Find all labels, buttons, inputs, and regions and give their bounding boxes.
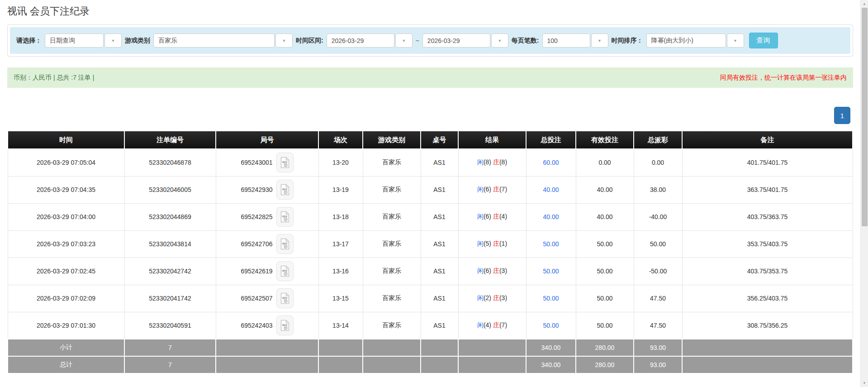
result-player: 闲(6) [477,213,491,220]
cell-bet-id: 523302044869 [124,203,216,230]
total-bet-link[interactable]: 60.00 [543,159,559,166]
cell-round-id: 695242930 [216,176,318,203]
round-id-text: 695242706 [241,240,272,248]
video-file-icon[interactable] [276,180,294,200]
time-sort-caret-button[interactable]: ▾ [727,33,744,48]
query-type-input[interactable] [45,33,104,48]
cell-bet-id: 523302043814 [124,230,216,258]
time-sort-label: 时间排序： [612,37,643,45]
page-size-input[interactable] [542,33,590,48]
video-file-icon[interactable] [276,261,294,281]
page: 视讯 会员下注纪录 请选择： ▾ 游戏类别 ▾ 时间区间: ▾ ~ [0,0,868,387]
total-bet-link[interactable]: 40.00 [543,213,559,220]
scroll-up-arrow-icon[interactable]: ▲ [861,0,868,8]
result-banker: 庄(8) [493,158,507,166]
summary-count: 7 [124,356,216,373]
summary-empty-cell [421,339,458,356]
game-type-caret-button[interactable]: ▾ [275,33,293,48]
cell-valid-bet: 50.00 [576,230,634,258]
game-type-input[interactable] [153,33,275,48]
summary-row: 总计 7 340.00 280.00 93.00 [8,356,853,373]
query-type-caret-button[interactable]: ▾ [104,33,122,48]
video-file-icon[interactable] [276,153,294,172]
header-result: 结果 [458,131,526,149]
cell-valid-bet: 50.00 [576,258,634,285]
time-range-label: 时间区间: [296,37,323,45]
summary-empty-cell [682,356,853,373]
result-banker: 庄(4) [493,213,507,220]
page-size-combobox: ▾ [542,33,608,48]
date-range-tilde: ~ [416,37,419,44]
cell-note: 403.75/363.75 [682,203,853,230]
cell-total-bet: 60.00 [526,149,576,176]
date-to-input[interactable] [422,33,490,48]
video-file-icon[interactable] [276,234,294,254]
table-row: 2026-03-29 07:05:04 523302046878 6952430… [8,149,853,176]
cell-round-id: 695242825 [216,203,318,230]
main-content: 视讯 会员下注纪录 请选择： ▾ 游戏类别 ▾ 时间区间: ▾ ~ [0,5,860,374]
cell-result: 闲(6) 庄(4) [458,203,526,230]
chevron-down-icon: ▾ [498,38,501,43]
vertical-scrollbar[interactable]: ▲ ▼ [860,0,868,387]
video-file-icon[interactable] [276,315,294,335]
valid-bet-notice-text: 同局有效投注，统一计算在该局第一张注单内 [720,74,847,82]
cell-time: 2026-03-29 07:03:23 [8,230,124,258]
cell-bet-id: 523302046878 [124,149,216,176]
cell-game-type: 百家乐 [363,149,421,176]
search-button[interactable]: 查询 [749,33,778,48]
date-from-caret-button[interactable]: ▾ [395,33,413,48]
total-bet-link[interactable]: 50.00 [543,322,559,329]
cell-table-no: AS1 [421,312,458,339]
cell-game-type: 百家乐 [363,230,421,258]
summary-empty-cell [421,356,458,373]
scroll-down-arrow-icon[interactable]: ▼ [861,379,868,387]
table-row: 2026-03-29 07:01:30 523302040591 6952424… [8,312,853,339]
date-to-caret-button[interactable]: ▾ [491,33,508,48]
summary-bar: 币别：人民币 | 总共 :7 注单 | 同局有效投注，统一计算在该局第一张注单内 [7,67,853,88]
summary-count: 7 [124,339,216,356]
total-bet-link[interactable]: 40.00 [543,186,559,193]
cell-session: 13-17 [318,230,363,258]
cell-valid-bet: 50.00 [576,285,634,312]
table-row: 2026-03-29 07:04:00 523302044869 6952428… [8,203,853,230]
cell-time: 2026-03-29 07:04:35 [8,176,124,203]
cell-total-bet: 40.00 [526,176,576,203]
total-bet-link[interactable]: 50.00 [543,295,559,302]
cell-payout: 38.00 [634,176,682,203]
cell-round-id: 695243001 [216,149,318,176]
scrollbar-thumb[interactable] [862,8,868,226]
cell-session: 13-14 [318,312,363,339]
cell-note: 401.75/401.75 [682,149,853,176]
cell-time: 2026-03-29 07:01:30 [8,312,124,339]
time-sort-input[interactable] [646,33,726,48]
result-player: 闲(6) [477,267,491,274]
cell-bet-id: 523302040591 [124,312,216,339]
video-file-icon[interactable] [276,288,294,308]
cell-session: 13-20 [318,149,363,176]
page-size-caret-button[interactable]: ▾ [591,33,608,48]
pagination: 1 [7,107,850,124]
table-row: 2026-03-29 07:02:45 523302042742 6952426… [8,258,853,285]
result-player: 闲(6) [477,186,491,193]
video-file-icon[interactable] [276,207,294,227]
total-bet-link[interactable]: 50.00 [543,268,559,275]
header-note: 备注 [682,131,853,149]
header-total-bet: 总投注 [526,131,576,149]
result-player: 闲(4) [477,321,491,329]
header-session: 场次 [318,131,363,149]
time-sort-combobox: ▾ [646,33,744,48]
cell-table-no: AS1 [421,285,458,312]
date-from-input[interactable] [327,33,394,48]
cell-total-bet: 50.00 [526,230,576,258]
currency-summary-text: 币别：人民币 | 总共 :7 注单 | [14,74,94,82]
summary-empty-cell [318,356,363,373]
summary-payout: 93.00 [634,339,682,356]
result-player: 闲(5) [477,240,491,247]
cell-payout: 47.50 [634,285,682,312]
cell-table-no: AS1 [421,176,458,203]
pagination-page-1-button[interactable]: 1 [834,107,850,124]
total-bet-link[interactable]: 50.00 [543,240,559,248]
header-time: 时间 [8,131,124,149]
cell-time: 2026-03-29 07:05:04 [8,149,124,176]
cell-total-bet: 50.00 [526,312,576,339]
